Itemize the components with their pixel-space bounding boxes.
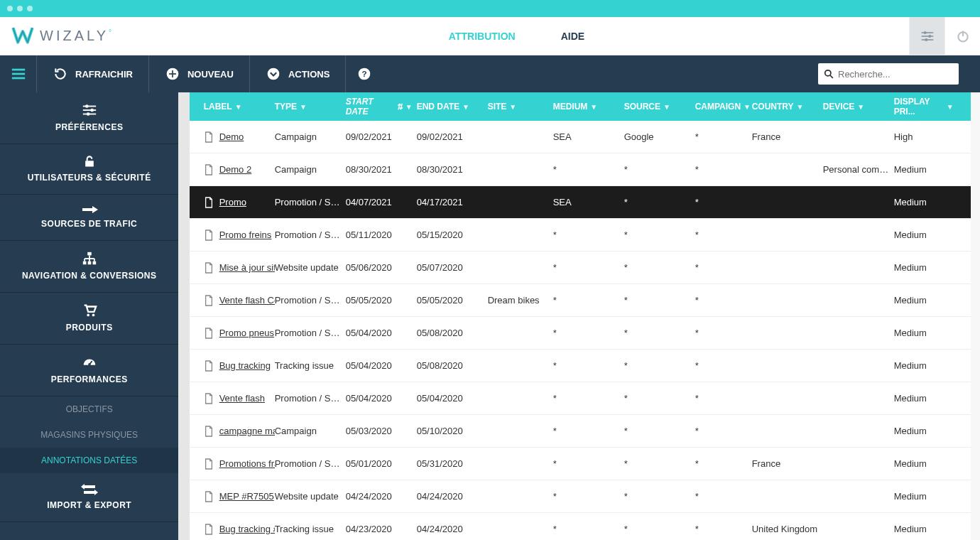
gauge-icon — [82, 355, 97, 370]
cell-country: France — [752, 131, 823, 142]
hamburger-menu-icon[interactable] — [0, 55, 37, 92]
sidebar-item-label: PRÉFÉRENCES — [55, 122, 124, 132]
cell-type: Promotion / Sales — [275, 230, 346, 240]
column-header-start[interactable]: START DATE ⇅ ▼ — [346, 97, 417, 117]
sidebar-item-lock[interactable]: UTILISATEURS & SÉCURITÉ — [0, 144, 178, 195]
brand-logo[interactable]: WIZALY° — [0, 23, 124, 49]
column-header-type[interactable]: TYPE ▼ — [275, 102, 346, 112]
column-label: END DATE — [417, 102, 459, 112]
svg-rect-19 — [83, 106, 96, 107]
column-header-medium[interactable]: MEDIUM ▼ — [553, 102, 624, 112]
row-label-link[interactable]: Demo — [219, 131, 244, 142]
column-header-device[interactable]: DEVICE ▼ — [823, 102, 894, 112]
table-row[interactable]: DemoCampaign09/02/202109/02/2021SEAGoogl… — [190, 121, 971, 153]
help-button[interactable]: ? — [346, 55, 383, 92]
row-label-link[interactable]: Promo freins — [219, 230, 272, 240]
table-row[interactable]: Mise à jour site ...Website update05/06/… — [190, 252, 971, 284]
row-label-link[interactable]: MEP #R7505 — [219, 491, 274, 502]
cell-end-date: 08/30/2021 — [417, 164, 488, 175]
search-input[interactable] — [838, 69, 957, 80]
table-row[interactable]: Demo 2Campaign08/30/202108/30/2021***Per… — [190, 153, 971, 186]
document-icon — [204, 197, 214, 208]
table-row[interactable]: Promo pneusPromotion / Sales05/04/202005… — [190, 317, 971, 350]
column-header-priority[interactable]: DISPLAY PRI... ▼ — [894, 97, 958, 117]
sidebar-item-arrow-right[interactable]: SOURCES DE TRAFIC — [0, 195, 178, 241]
sidebar-subitem[interactable]: ANNOTATIONS DATÉES — [0, 448, 178, 473]
row-label-link[interactable]: Promotions fran... — [219, 458, 275, 469]
cell-priority: Medium — [894, 426, 958, 436]
power-icon[interactable] — [944, 17, 980, 55]
tab-attribution[interactable]: ATTRIBUTION — [426, 14, 538, 55]
cell-priority: Medium — [894, 230, 958, 240]
cell-campaign: * — [695, 524, 752, 534]
column-label: SITE — [488, 102, 507, 112]
column-header-site[interactable]: SITE ▼ — [488, 102, 553, 112]
sidebar-item-sitemap[interactable]: NAVIGATION & CONVERSIONS — [0, 241, 178, 293]
cell-campaign: * — [695, 360, 752, 371]
actions-button[interactable]: ACTIONS — [250, 55, 347, 92]
table-scrollbar[interactable] — [971, 92, 980, 540]
cell-medium: * — [553, 458, 624, 469]
window-dot[interactable] — [27, 6, 33, 11]
document-icon — [204, 360, 214, 372]
sidebar-item-sliders[interactable]: PRÉFÉRENCES — [0, 92, 178, 144]
row-label-link[interactable]: Vente flash — [219, 393, 265, 404]
tab-aide[interactable]: AIDE — [538, 17, 607, 55]
logo-mark-icon — [10, 23, 36, 49]
sidebar-item-cart[interactable]: PRODUITS — [0, 293, 178, 345]
refresh-label: RAFRAICHIR — [75, 69, 133, 80]
row-label-link[interactable]: Promo pneus — [219, 328, 274, 338]
sidebar-item-label: PRODUITS — [66, 323, 113, 333]
cell-end-date: 04/24/2020 — [417, 491, 488, 502]
table-row[interactable]: PromoPromotion / Sales04/07/202104/17/20… — [190, 186, 971, 219]
sidebar: PRÉFÉRENCESUTILISATEURS & SÉCURITÉSOURCE… — [0, 92, 178, 540]
document-icon — [204, 328, 214, 339]
cell-source: * — [624, 164, 695, 175]
sidebar-scrollbar[interactable] — [178, 92, 189, 540]
svg-rect-25 — [85, 161, 94, 166]
table-row[interactable]: Vente flash CopyPromotion / Sales05/05/2… — [190, 284, 971, 317]
row-label-link[interactable]: Mise à jour site ... — [219, 262, 275, 273]
svg-rect-10 — [11, 77, 24, 80]
refresh-button[interactable]: RAFRAICHIR — [37, 55, 149, 92]
column-header-label[interactable]: LABEL ▼ — [197, 102, 275, 112]
settings-icon[interactable] — [909, 17, 944, 55]
table-row[interactable]: campagne mai ...Campaign05/03/202005/10/… — [190, 415, 971, 448]
column-label: DEVICE — [823, 102, 855, 112]
cell-source: Google — [624, 131, 695, 142]
sidebar-subitem[interactable]: OBJECTIFS — [0, 396, 178, 422]
table-row[interactable]: Promotions fran...Promotion / Sales05/01… — [190, 448, 971, 480]
svg-point-22 — [85, 104, 89, 108]
row-label-link[interactable]: Demo 2 — [219, 164, 252, 175]
column-header-end[interactable]: END DATE ▼ — [417, 102, 488, 112]
document-icon — [204, 131, 214, 143]
window-dot[interactable] — [17, 6, 23, 11]
table-row[interactable]: Vente flashPromotion / Sales05/04/202005… — [190, 382, 971, 415]
column-header-country[interactable]: COUNTRY ▼ — [752, 102, 823, 112]
row-label-link[interactable]: campagne mai ... — [219, 426, 275, 436]
cell-source: * — [624, 230, 695, 240]
table-row[interactable]: Bug tracking #1Tracking issue04/23/20200… — [190, 513, 971, 540]
row-label-link[interactable]: Vente flash Copy — [219, 295, 275, 306]
column-header-source[interactable]: SOURCE ▼ — [624, 102, 695, 112]
table-row[interactable]: MEP #R7505Website update04/24/202004/24/… — [190, 480, 971, 513]
cell-type: Promotion / Sales — [275, 393, 346, 404]
row-label-link[interactable]: Promo — [219, 197, 246, 207]
table-row[interactable]: Promo freinsPromotion / Sales05/11/20200… — [190, 219, 971, 252]
column-header-campaign[interactable]: CAMPAIGN ▼ — [695, 102, 752, 112]
cell-medium: * — [553, 295, 624, 306]
cell-end-date: 04/17/2021 — [417, 197, 488, 207]
sidebar-item-import-export[interactable]: IMPORT & EXPORT — [0, 473, 178, 522]
search-box[interactable] — [818, 63, 959, 85]
row-label-link[interactable]: Bug tracking — [219, 360, 271, 371]
new-button[interactable]: NOUVEAU — [149, 55, 250, 92]
row-label-link[interactable]: Bug tracking #1 — [219, 524, 275, 534]
sidebar-subitem[interactable]: MAGASINS PHYSIQUES — [0, 422, 178, 448]
table-row[interactable]: Bug trackingTracking issue05/04/202005/0… — [190, 350, 971, 382]
content-area: LABEL ▼TYPE ▼START DATE ⇅ ▼END DATE ▼SIT… — [190, 92, 971, 540]
cell-priority: Medium — [894, 262, 958, 273]
sidebar-item-gauge[interactable]: PERFORMANCES — [0, 345, 178, 396]
caret-down-icon: ▼ — [663, 103, 670, 111]
search-icon — [824, 69, 834, 79]
window-dot[interactable] — [7, 6, 13, 11]
